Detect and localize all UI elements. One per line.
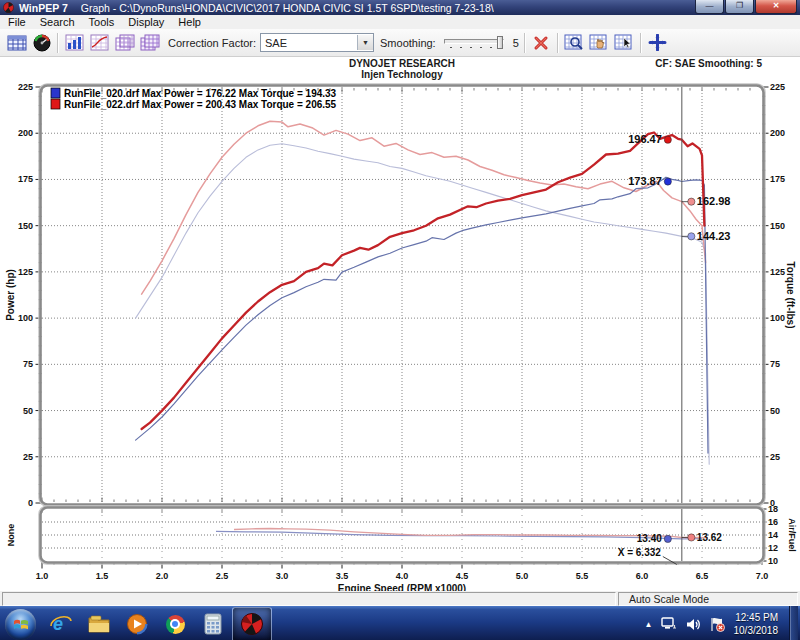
graph-client-area: DYNOJET RESEARCHInjen TechnologyCF: SAE … xyxy=(0,57,800,591)
cursor-dot xyxy=(688,233,695,240)
media-player-icon xyxy=(126,613,148,635)
taskbar-calculator-icon[interactable] xyxy=(194,608,232,640)
cursor-readout: 13.62 xyxy=(697,532,722,543)
torque-tick-label: 150 xyxy=(770,221,785,231)
overlay-graphs-icon-2 xyxy=(140,34,160,51)
rpm-tick-label: 7.0 xyxy=(756,571,769,581)
internet-explorer-icon: e xyxy=(49,613,73,635)
gauge-button[interactable] xyxy=(29,32,54,54)
chevron-down-icon[interactable]: ▼ xyxy=(357,35,373,50)
grid-cursor-icon xyxy=(614,34,634,51)
window-controls: — ❐ ✕ xyxy=(695,0,797,14)
torque-axis-title: Torque (ft-lbs) xyxy=(785,261,796,328)
menu-item-help[interactable]: Help xyxy=(172,16,209,28)
runfile-022-torque-curve xyxy=(142,121,706,294)
torque-tick-label: 175 xyxy=(770,174,785,184)
graph-header-line1: DYNOJET RESEARCH xyxy=(349,58,455,69)
taskbar-explorer-icon[interactable] xyxy=(80,608,118,640)
toolbar-separator xyxy=(57,33,59,53)
data-table-button[interactable] xyxy=(4,32,29,54)
multi-graph-button-1[interactable] xyxy=(112,32,137,54)
correction-factor-select[interactable]: SAE ▼ xyxy=(260,33,374,52)
grid-magnifier-icon xyxy=(564,34,584,51)
cursor-dot xyxy=(664,535,671,542)
restore-button[interactable]: ❐ xyxy=(725,0,754,14)
taskbar-ie-icon[interactable]: e xyxy=(42,608,80,640)
calculator-icon xyxy=(204,613,222,635)
taskbar: e xyxy=(0,606,800,640)
power-tick-label: 100 xyxy=(18,313,33,323)
red-x-icon xyxy=(533,35,549,51)
rpm-axis-title: Engine Speed (RPM x1000) xyxy=(338,583,466,591)
table-grid-icon xyxy=(7,35,27,51)
start-button[interactable] xyxy=(5,609,36,640)
crosshair-button[interactable] xyxy=(645,32,670,54)
graph-header-line2: Injen Technology xyxy=(361,69,443,80)
tray-network-icon[interactable] xyxy=(660,616,678,632)
chrome-icon xyxy=(166,615,185,634)
tray-volume-icon[interactable] xyxy=(685,617,702,632)
cursor-readout: 196.47 xyxy=(628,133,662,145)
winpep-app-icon xyxy=(3,2,14,13)
toolbar-separator xyxy=(557,33,559,53)
cursor-readout: 144.23 xyxy=(697,230,731,242)
power-tick-label: 25 xyxy=(23,452,33,462)
legend-entry: RunFile_022.drf Max Power = 200.43 Max T… xyxy=(64,99,337,110)
af-axis-title: Air/Fuel xyxy=(787,518,797,552)
graph-bars-button[interactable] xyxy=(62,32,87,54)
overlay-graphs-icon xyxy=(115,34,135,51)
minimize-button[interactable]: — xyxy=(695,0,724,14)
af-tick-label: 18 xyxy=(768,504,778,514)
status-bar: Auto Scale Mode xyxy=(0,591,800,606)
slider-handle[interactable] xyxy=(497,36,503,49)
smoothing-slider[interactable] xyxy=(442,35,506,51)
rpm-tick-label: 6.5 xyxy=(696,571,709,581)
rpm-tick-label: 4.0 xyxy=(396,571,409,581)
tray-expand-icon[interactable]: ▲ xyxy=(645,620,653,629)
tray-action-center-icon[interactable] xyxy=(709,616,725,632)
clock-date: 10/3/2018 xyxy=(734,624,779,638)
cursor-readout: 162.98 xyxy=(697,195,731,207)
clock-time: 12:45 PM xyxy=(734,611,779,625)
clear-graph-button[interactable] xyxy=(529,32,554,54)
rpm-tick-label: 2.0 xyxy=(156,571,169,581)
rpm-tick-label: 5.0 xyxy=(516,571,529,581)
torque-tick-label: 75 xyxy=(770,359,780,369)
windows-logo-icon xyxy=(13,617,29,631)
document-title: Graph - C:\DynoRuns\HONDA\CIVIC\2017 HON… xyxy=(81,2,494,14)
curve-graph-icon xyxy=(90,34,109,51)
smoothing-label: Smoothing: xyxy=(380,37,436,49)
toolbar-separator xyxy=(524,33,526,53)
correction-factor-value: SAE xyxy=(265,37,287,49)
graph-curve-button[interactable] xyxy=(87,32,112,54)
close-button[interactable]: ✕ xyxy=(755,0,797,14)
menu-item-file[interactable]: File xyxy=(2,16,34,28)
rpm-tick-label: 3.0 xyxy=(276,571,289,581)
graph-header-cf: CF: SAE Smoothing: 5 xyxy=(655,58,762,69)
toolbar-separator xyxy=(640,33,642,53)
status-message-panel xyxy=(2,592,616,606)
show-desktop-button[interactable] xyxy=(789,606,798,640)
rpm-tick-label: 2.5 xyxy=(216,571,229,581)
slider-groove xyxy=(444,39,504,44)
menu-item-tools[interactable]: Tools xyxy=(83,16,123,28)
rpm-tick-label: 6.0 xyxy=(636,571,649,581)
menu-bar: FileSearchToolsDisplayHelp xyxy=(0,15,800,29)
multi-graph-button-2[interactable] xyxy=(137,32,162,54)
select-graph-button[interactable] xyxy=(612,32,637,54)
taskbar-wmp-icon[interactable] xyxy=(118,608,156,640)
power-tick-label: 125 xyxy=(18,267,33,277)
menu-item-search[interactable]: Search xyxy=(34,16,83,28)
taskbar-winpep-button[interactable] xyxy=(232,607,272,640)
taskbar-chrome-icon[interactable] xyxy=(156,608,194,640)
pan-graph-button[interactable] xyxy=(587,32,612,54)
menu-item-display[interactable]: Display xyxy=(122,16,172,28)
torque-tick-label: 125 xyxy=(770,267,785,277)
dyno-graph[interactable]: DYNOJET RESEARCHInjen TechnologyCF: SAE … xyxy=(0,57,800,591)
cursor-x-label: X = 6.332 xyxy=(618,547,662,558)
power-tick-label: 225 xyxy=(18,82,33,92)
cursor-dot xyxy=(688,198,695,205)
tray-clock[interactable]: 12:45 PM 10/3/2018 xyxy=(734,611,779,638)
zoom-graph-button[interactable] xyxy=(562,32,587,54)
winpep-logo-icon xyxy=(240,612,264,636)
